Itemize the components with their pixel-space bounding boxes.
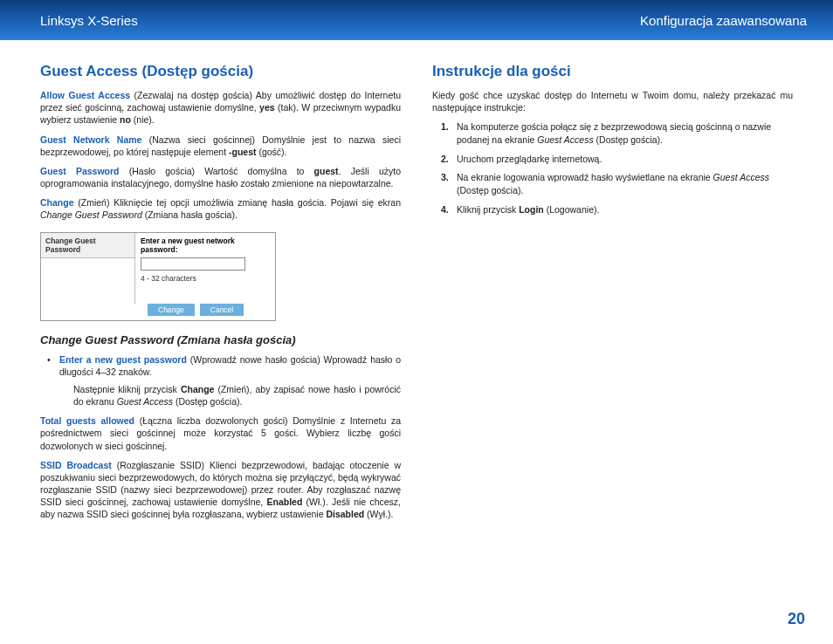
para-total-guests: Total guests allowed (Łączna liczba dozw…: [40, 414, 401, 452]
dialog-change-button[interactable]: Change: [148, 304, 195, 316]
para-allow-guest: Allow Guest Access (Zezwalaj na dostęp g…: [40, 89, 401, 127]
bullet-enter-password: Enter a new guest password (Wprowadź now…: [59, 353, 401, 378]
term-ssid-broadcast: SSID Broadcast: [40, 460, 112, 470]
para-guest-password: Guest Password (Hasło gościa) Wartość do…: [40, 165, 401, 189]
instruction-step-1: Na komputerze gościa połącz się z bezprz…: [457, 120, 793, 146]
left-column: Guest Access (Dostęp gościa) Allow Guest…: [40, 63, 401, 528]
para-instructions-intro: Kiedy gość chce uzyskać dostęp do Intern…: [432, 89, 793, 113]
dialog-title: Change Guest Password: [41, 233, 134, 258]
page-body: Guest Access (Dostęp gościa) Allow Guest…: [0, 40, 833, 528]
term-total-guests: Total guests allowed: [40, 415, 134, 426]
instruction-step-4: Kliknij przycisk Login (Logowanie).: [457, 203, 793, 216]
term-network-name: Guest Network Name: [40, 134, 141, 145]
dialog-cancel-button[interactable]: Cancel: [200, 304, 244, 316]
term-allow-guest: Allow Guest Access: [40, 90, 130, 100]
dialog-field-label: Enter a new guest network password:: [141, 236, 270, 254]
page-number: 20: [788, 610, 805, 628]
header-left: Linksys X-Series: [40, 13, 138, 28]
para-network-name: Guest Network Name (Nazwa sieci gościnne…: [40, 134, 401, 158]
heading-guest-access: Guest Access (Dostęp gościa): [40, 63, 401, 80]
term-guest-password: Guest Password: [40, 166, 120, 176]
para-ssid-broadcast: SSID Broadcast (Rozgłaszanie SSID) Klien…: [40, 459, 401, 521]
heading-change-password: Change Guest Password (Zmiana hasła gośc…: [40, 333, 401, 346]
heading-instructions: Instrukcje dla gości: [432, 63, 793, 80]
para-change: Change (Zmień) Kliknięcie tej opcji umoż…: [40, 196, 401, 221]
instruction-step-2: Uruchom przeglądarkę internetową.: [457, 153, 793, 166]
right-column: Instrukcje dla gości Kiedy gość chce uzy…: [432, 63, 793, 528]
term-change: Change: [40, 197, 74, 208]
instructions-list: Na komputerze gościa połącz się z bezprz…: [432, 120, 793, 216]
instruction-step-3: Na ekranie logowania wprowadź hasło wyśw…: [457, 171, 793, 196]
header-right: Konfiguracja zaawansowana: [640, 13, 807, 28]
change-password-dialog: Change Guest Password Enter a new guest …: [40, 232, 276, 321]
dialog-password-input[interactable]: [141, 257, 245, 271]
dialog-hint: 4 - 32 characters: [141, 274, 270, 283]
bullet-list-change: Enter a new guest password (Wprowadź now…: [40, 353, 401, 378]
sub-para-change: Następnie kliknij przycisk Change (Zmień…: [40, 383, 401, 408]
page-header: Linksys X-Series Konfiguracja zaawansowa…: [0, 0, 833, 40]
